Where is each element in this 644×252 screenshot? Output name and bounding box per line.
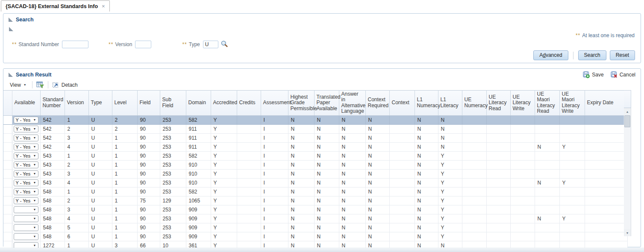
column-header-ue_maori_literacy_read[interactable]: UE Maori Literacy Read <box>535 91 559 116</box>
cell-ue_maori_literacy_read <box>535 133 559 142</box>
cell-accredited: Y <box>211 187 237 196</box>
table-row[interactable]: Y - Yes▼5424U190253911YINNNNNNNY <box>3 142 627 151</box>
column-header-type[interactable]: Type <box>88 91 112 116</box>
table-row[interactable]: Y - Yes▼5421U290253582YINNNNNN <box>3 115 627 124</box>
table-row[interactable]: Y - Yes▼5481U190253582YINNNNNY <box>3 187 627 196</box>
reset-button[interactable]: Reset <box>610 50 635 60</box>
cell-ue_literacy_write <box>510 115 535 124</box>
available-dropdown[interactable]: Y - Yes▼ <box>14 117 38 123</box>
table-row[interactable]: ▼5484U190253909YINNNNNYNY <box>3 214 627 223</box>
cell-ue_literacy_read <box>486 187 510 196</box>
available-dropdown[interactable]: ▼ <box>14 206 38 213</box>
available-dropdown[interactable]: Y - Yes▼ <box>14 144 38 150</box>
available-dropdown[interactable]: Y - Yes▼ <box>14 161 38 168</box>
standard-number-input[interactable] <box>62 41 88 48</box>
table-row[interactable]: ▼5485U190253909YINNNNNY <box>3 223 627 232</box>
column-header-ue_numeracy[interactable]: UE Numeracy <box>462 91 486 116</box>
advanced-button[interactable]: Advanced <box>533 50 568 60</box>
table-row[interactable]: Y - Yes▼5422U290253911YINNNNNN <box>3 124 627 133</box>
cell-ue_numeracy <box>462 115 486 124</box>
column-header-l1_literacy[interactable]: L1 Literacy <box>438 91 462 116</box>
cell-level: 2 <box>112 124 137 133</box>
column-header-assessment[interactable]: Assessment <box>261 91 288 116</box>
cell-l1_numeracy: N <box>415 160 438 169</box>
tab-external-standards-info[interactable]: {SACAD-18} External Standards Info × <box>1 0 110 12</box>
scrollbar-thumb[interactable] <box>624 115 630 127</box>
cell-ue_maori_literacy_write <box>559 133 585 142</box>
column-header-version[interactable]: Version <box>65 91 88 116</box>
column-header-context_required[interactable]: Context Required <box>365 91 389 116</box>
row-gutter <box>3 223 12 232</box>
column-header-credits[interactable]: Credits <box>237 91 261 116</box>
cancel-button[interactable]: Cancel <box>611 71 635 78</box>
table-row[interactable]: ▼5483U190253909YINNNNNY <box>3 205 627 214</box>
column-header-l1_numeracy[interactable]: L1 Numeracy <box>415 91 438 116</box>
column-header-highest_grade_permissible[interactable]: Highest Grade Permissible <box>288 91 314 116</box>
column-header-translated_paper_available[interactable]: Translated Paper Available <box>314 91 339 116</box>
available-dropdown[interactable]: Y - Yes▼ <box>14 152 38 159</box>
table-row[interactable]: Y - Yes▼5433U190253910YINNNNNY <box>3 169 627 178</box>
table-row[interactable]: Y - Yes▼5423U190253911YINNNNNN <box>3 133 627 142</box>
cell-translated_paper_available: N <box>314 169 339 178</box>
available-dropdown[interactable]: Y - Yes▼ <box>14 170 38 177</box>
available-dropdown[interactable]: Y - Yes▼ <box>14 126 38 132</box>
search-button[interactable]: Search <box>578 50 606 60</box>
cell-assessment: I <box>261 169 288 178</box>
cell-context_required: N <box>365 133 389 142</box>
filter-table-icon <box>36 81 44 88</box>
column-header-sub_field[interactable]: Sub Field <box>160 91 186 116</box>
cell-sub_field: 129 <box>160 196 186 205</box>
collapse-triangle-icon[interactable] <box>9 73 13 77</box>
column-header-ue_literacy_read[interactable]: UE Literacy Read <box>486 91 510 116</box>
cell-expiry_date <box>585 178 627 187</box>
column-header-field[interactable]: Field <box>137 91 160 116</box>
close-icon[interactable]: × <box>102 3 105 9</box>
available-dropdown[interactable]: ▼ <box>14 224 38 231</box>
version-input[interactable] <box>135 41 151 48</box>
available-dropdown[interactable]: ▼ <box>14 215 38 222</box>
column-header-ue_maori_literacy_write[interactable]: UE Maori Literacy Write <box>559 91 585 116</box>
table-row[interactable]: Y - Yes▼5431U190253582YINNNNNY <box>3 151 627 160</box>
cell-ue_maori_literacy_read <box>535 169 559 178</box>
detach-label: Detach <box>62 82 78 88</box>
cell-ue_maori_literacy_write <box>559 169 585 178</box>
column-header-domain[interactable]: Domain <box>186 91 211 116</box>
cell-context <box>389 187 415 196</box>
advanced-disclosure[interactable] <box>9 26 641 32</box>
magnifier-icon[interactable] <box>221 40 228 49</box>
query-by-example-button[interactable] <box>36 81 44 88</box>
cell-standard_number: 548 <box>40 223 65 232</box>
column-header-answer_in_alternative_language[interactable]: Answer in Alternative Language <box>339 91 365 116</box>
type-input[interactable] <box>203 41 218 48</box>
table-row[interactable]: Y - Yes▼5482U1751291065YINNNNNY <box>3 196 627 205</box>
table-row[interactable]: Y - Yes▼5432U190253910YINNNNNY <box>3 160 627 169</box>
detach-button[interactable]: Detach <box>52 82 78 88</box>
available-dropdown[interactable]: Y - Yes▼ <box>14 197 38 204</box>
column-header-standard_number[interactable]: Standard Number <box>40 91 65 116</box>
cell-domain: 909 <box>186 205 211 214</box>
column-header-available[interactable]: Available <box>12 91 40 116</box>
table-row[interactable]: Y - Yes▼5434U190253910YINNNNNYNY <box>3 178 627 187</box>
cell-standard_number: 542 <box>40 133 65 142</box>
scrollbar-track[interactable]: ▲ ▼ <box>624 108 631 236</box>
available-dropdown[interactable]: Y - Yes▼ <box>14 188 38 195</box>
available-dropdown[interactable]: Y - Yes▼ <box>14 135 38 141</box>
scrollbar-down-button[interactable]: ▼ <box>624 229 631 236</box>
cell-level: 1 <box>112 214 137 223</box>
scrollbar-up-button[interactable]: ▲ <box>624 108 631 115</box>
collapse-triangle-icon[interactable] <box>9 18 13 22</box>
available-dropdown[interactable]: Y - Yes▼ <box>14 179 38 186</box>
cell-l1_literacy: N <box>438 124 462 133</box>
column-header-level[interactable]: Level <box>112 91 137 116</box>
cell-ue_literacy_read <box>486 133 510 142</box>
available-dropdown[interactable]: ▼ <box>14 233 38 240</box>
column-header-accredited[interactable]: Accredited <box>211 91 237 116</box>
column-header-ue_literacy_write[interactable]: UE Literacy Write <box>510 91 535 116</box>
column-header-context[interactable]: Context <box>389 91 415 116</box>
column-header-expiry_date[interactable]: Expiry Date <box>585 91 627 116</box>
table-row[interactable]: ▼5486U190253909YINNNNNY <box>3 232 627 241</box>
cell-assessment: I <box>261 124 288 133</box>
vertical-scrollbar[interactable]: ▲ ▼ <box>624 90 631 236</box>
save-button[interactable]: Save <box>583 71 603 78</box>
view-menu-button[interactable]: View ▼ <box>8 81 28 89</box>
